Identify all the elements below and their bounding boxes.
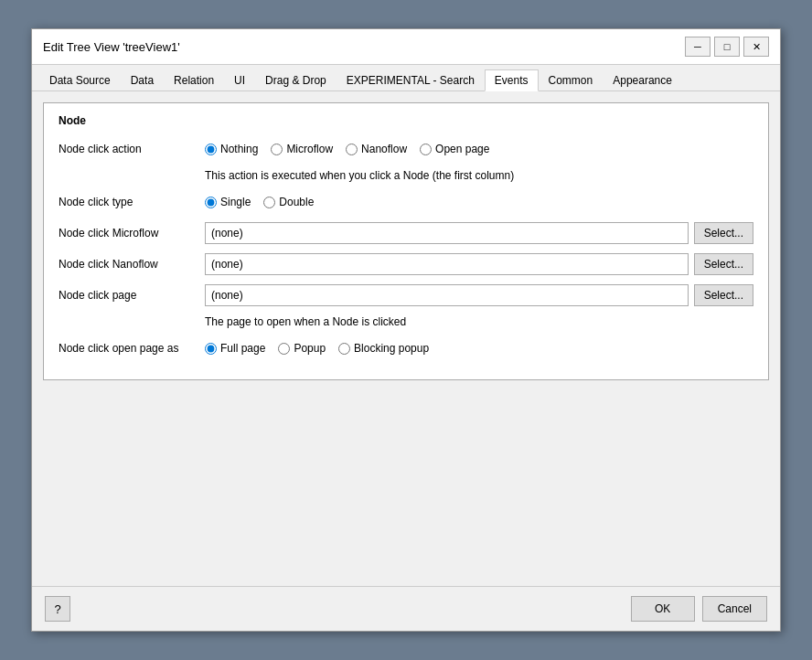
tab-events[interactable]: Events (485, 69, 539, 91)
radio-nothing[interactable]: Nothing (205, 143, 258, 155)
node-click-type-label: Node click type (59, 196, 205, 208)
node-click-nanoflow-label: Node click Nanoflow (59, 258, 205, 271)
node-click-action-radio-group: Nothing Microflow Nanoflow Open page (205, 143, 489, 155)
node-click-nanoflow-select-button[interactable]: Select... (694, 253, 753, 275)
tab-content: Node Node click action Nothing Microflow (32, 91, 780, 586)
node-click-page-select-button[interactable]: Select... (694, 284, 753, 306)
node-click-microflow-input[interactable] (205, 222, 689, 244)
radio-nanoflow[interactable]: Nanoflow (346, 143, 407, 155)
maximize-button[interactable]: □ (714, 37, 740, 57)
tab-data[interactable]: Data (121, 69, 164, 91)
radio-open-page[interactable]: Open page (420, 143, 489, 155)
tab-data-source[interactable]: Data Source (39, 69, 121, 91)
node-click-nanoflow-input-row: Select... (205, 253, 753, 275)
footer-action-buttons: OK Cancel (631, 596, 767, 622)
radio-full-page[interactable]: Full page (205, 342, 265, 355)
radio-open-page-label: Open page (435, 143, 489, 155)
node-click-type-radio-group: Single Double (205, 196, 314, 208)
node-click-open-page-as-row: Node click open page as Full page Popup … (59, 337, 753, 359)
radio-blocking-popup-label: Blocking popup (354, 342, 429, 355)
node-click-type-row: Node click type Single Double (59, 191, 753, 213)
close-button[interactable]: ✕ (743, 37, 769, 57)
node-click-microflow-row: Node click Microflow Select... (59, 222, 753, 244)
dialog-title: Edit Tree View 'treeView1' (43, 40, 180, 54)
node-click-page-hint: The page to open when a Node is clicked (205, 315, 753, 328)
node-click-page-input-row: Select... (205, 284, 753, 306)
radio-double[interactable]: Double (263, 196, 314, 208)
node-click-action-hint: This action is executed when you click a… (205, 169, 753, 182)
node-click-nanoflow-input[interactable] (205, 253, 689, 275)
node-click-microflow-input-row: Select... (205, 222, 753, 244)
title-bar: Edit Tree View 'treeView1' ─ □ ✕ (32, 29, 780, 65)
radio-single-label: Single (220, 196, 251, 208)
node-click-page-row: Node click page Select... (59, 284, 753, 306)
node-click-page-input[interactable] (205, 284, 689, 306)
radio-blocking-popup[interactable]: Blocking popup (338, 342, 429, 355)
minimize-button[interactable]: ─ (685, 37, 710, 57)
tab-bar: Data Source Data Relation UI Drag & Drop… (32, 65, 780, 91)
tab-relation[interactable]: Relation (164, 69, 224, 91)
section-title: Node (59, 114, 753, 127)
radio-double-label: Double (279, 196, 314, 208)
node-click-microflow-select-button[interactable]: Select... (694, 222, 753, 244)
dialog-window: Edit Tree View 'treeView1' ─ □ ✕ Data So… (31, 28, 781, 632)
node-click-open-page-as-label: Node click open page as (59, 342, 205, 355)
tab-experimental-search[interactable]: EXPERIMENTAL - Search (337, 69, 485, 91)
title-bar-buttons: ─ □ ✕ (685, 37, 769, 57)
node-click-page-label: Node click page (59, 289, 205, 302)
tab-ui[interactable]: UI (224, 69, 255, 91)
radio-full-page-label: Full page (220, 342, 265, 355)
radio-popup-label: Popup (294, 342, 326, 355)
node-click-action-row: Node click action Nothing Microflow Nano… (59, 138, 753, 160)
dialog-footer: ? OK Cancel (32, 586, 780, 631)
radio-microflow[interactable]: Microflow (271, 143, 333, 155)
node-click-microflow-label: Node click Microflow (59, 227, 205, 240)
node-click-action-label: Node click action (59, 143, 205, 155)
radio-popup[interactable]: Popup (278, 342, 326, 355)
tab-drag-drop[interactable]: Drag & Drop (255, 69, 337, 91)
radio-single[interactable]: Single (205, 196, 251, 208)
node-click-open-page-as-radio-group: Full page Popup Blocking popup (205, 342, 429, 355)
help-button[interactable]: ? (45, 596, 70, 622)
tab-common[interactable]: Common (539, 69, 604, 91)
radio-microflow-label: Microflow (286, 143, 333, 155)
cancel-button[interactable]: Cancel (702, 596, 767, 622)
node-click-nanoflow-row: Node click Nanoflow Select... (59, 253, 753, 275)
radio-nothing-label: Nothing (220, 143, 258, 155)
ok-button[interactable]: OK (631, 596, 695, 622)
node-section: Node Node click action Nothing Microflow (43, 102, 769, 380)
tab-appearance[interactable]: Appearance (603, 69, 682, 91)
radio-nanoflow-label: Nanoflow (361, 143, 407, 155)
